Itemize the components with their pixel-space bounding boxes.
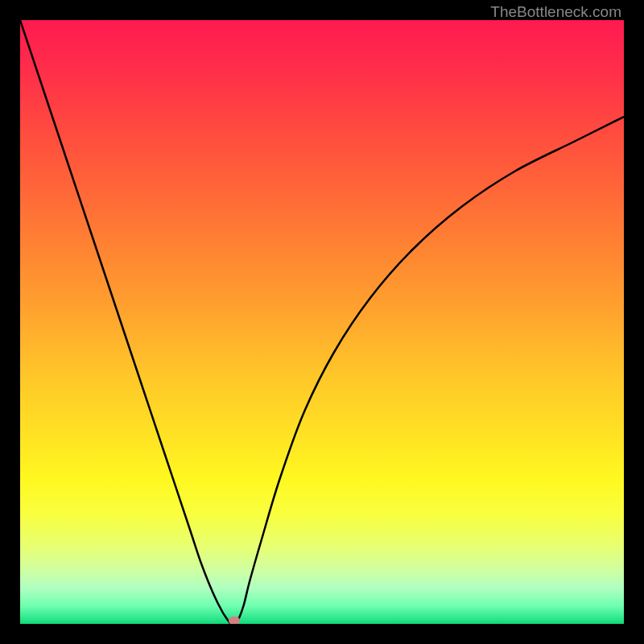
optimal-point-marker <box>229 617 240 624</box>
watermark-text: TheBottleneck.com <box>490 3 621 21</box>
chart-area <box>20 20 624 624</box>
bottleneck-curve <box>20 20 624 624</box>
